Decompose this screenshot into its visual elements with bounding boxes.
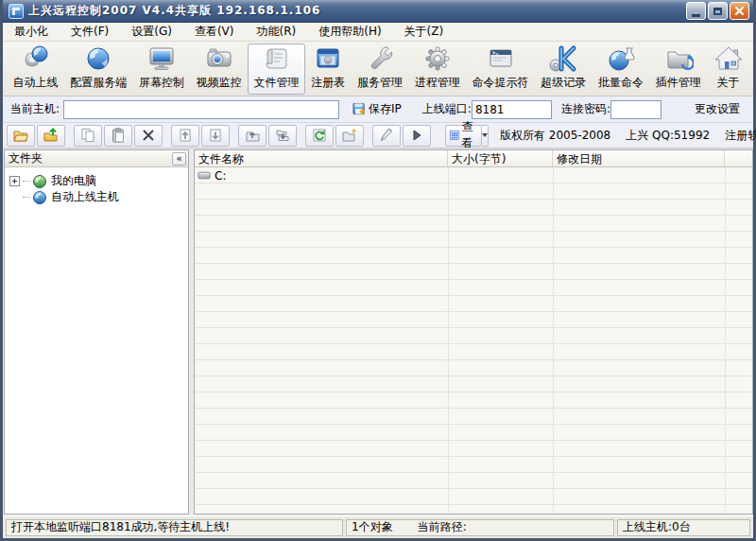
status-bar: 打开本地监听端口8181成功,等待主机上线! 1个对象 当前路径: 上线主机:0… bbox=[3, 515, 753, 538]
rename-button[interactable] bbox=[372, 125, 401, 147]
toolbar-label: 进程管理 bbox=[415, 75, 460, 91]
column-header-filename[interactable]: 文件名称 bbox=[195, 150, 448, 166]
column-divider bbox=[725, 167, 726, 514]
status-online-hosts-panel: 上线主机:0台 bbox=[617, 519, 750, 536]
menu-view[interactable]: 查看(V) bbox=[195, 24, 234, 40]
view-button-label: 查看 bbox=[462, 119, 477, 151]
open-folder-icon bbox=[13, 128, 28, 143]
file-download-icon bbox=[208, 128, 223, 143]
new-folder-button[interactable] bbox=[335, 125, 364, 147]
folder-tree: 我的电脑 自动上线主机 bbox=[5, 167, 188, 514]
toolbar-batch-command[interactable]: 批量命令 bbox=[593, 44, 650, 95]
toolbar-auto-online[interactable]: 自动上线 bbox=[7, 44, 64, 95]
toolbar-label: 关于 bbox=[717, 75, 740, 91]
toolbar-label: 插件管理 bbox=[656, 75, 701, 91]
file-row-c-drive[interactable]: C: bbox=[195, 167, 752, 183]
save-ip-button[interactable]: 保存IP bbox=[352, 101, 402, 117]
toolbar-file-manager[interactable]: 文件管理 bbox=[248, 44, 305, 95]
collapse-panel-button[interactable]: « bbox=[172, 152, 186, 166]
paste-icon bbox=[111, 128, 126, 143]
registry-icon bbox=[313, 44, 343, 74]
folder-up-button[interactable] bbox=[37, 125, 65, 147]
tree-item-label: 自动上线主机 bbox=[51, 189, 119, 205]
copyright-text: 版权所有 2005-2008 上兴 QQ:51992 注册软件 bbox=[500, 128, 756, 144]
file-list-panel: 文件名称 大小(字节) 修改日期 C: bbox=[194, 149, 753, 515]
port-label: 上线端口: bbox=[422, 101, 472, 117]
toolbar-plugin-manager[interactable]: 插件管理 bbox=[649, 44, 707, 95]
command-prompt-icon bbox=[486, 44, 516, 74]
run-play-icon bbox=[409, 128, 424, 143]
tree-panel-header: 文件夹 « bbox=[5, 150, 188, 167]
register-software-link[interactable]: 注册软件 bbox=[725, 128, 756, 144]
view-button[interactable]: 查看 bbox=[445, 125, 482, 147]
folder-download-icon bbox=[275, 128, 290, 143]
title-bar: 上兴远程控制2007 V4.4共享版 192.168.1.106 bbox=[3, 0, 753, 23]
refresh-icon bbox=[312, 128, 327, 143]
file-upload-icon bbox=[178, 128, 193, 143]
toolbar-video-monitor[interactable]: 视频监控 bbox=[190, 44, 248, 95]
toolbar-label: 服务管理 bbox=[357, 75, 403, 91]
toolbar-registry[interactable]: 注册表 bbox=[305, 44, 352, 95]
minimize-button[interactable] bbox=[686, 2, 706, 20]
brand-qq: 上兴 QQ:51992 bbox=[626, 128, 710, 144]
chevron-down-icon bbox=[482, 133, 488, 137]
menu-bar: 最小化 文件(F) 设置(G) 查看(V) 功能(R) 使用帮助(H) 关于(Z… bbox=[3, 23, 753, 42]
close-button[interactable] bbox=[730, 2, 749, 20]
toolbar-label: 屏幕控制 bbox=[139, 75, 184, 91]
expand-plus-icon[interactable] bbox=[9, 176, 20, 186]
object-count: 1个对象 bbox=[352, 519, 393, 535]
tree-item-my-computer[interactable]: 我的电脑 bbox=[5, 173, 188, 189]
password-label: 连接密码: bbox=[561, 101, 610, 117]
password-input[interactable] bbox=[610, 100, 662, 119]
file-list-body: C: bbox=[195, 167, 752, 514]
tree-panel-title: 文件夹 bbox=[9, 150, 172, 166]
online-hosts-globe-icon bbox=[32, 190, 47, 205]
toolbar-label: 注册表 bbox=[311, 75, 345, 91]
run-button[interactable] bbox=[403, 125, 431, 147]
delete-button[interactable] bbox=[134, 125, 163, 147]
folder-upload-icon bbox=[245, 128, 260, 143]
file-upload-button[interactable] bbox=[171, 125, 199, 147]
menu-settings[interactable]: 设置(G) bbox=[131, 24, 172, 40]
current-host-input[interactable] bbox=[63, 100, 339, 119]
paste-button[interactable] bbox=[104, 125, 132, 147]
port-input[interactable] bbox=[472, 100, 552, 119]
view-dropdown-button[interactable] bbox=[482, 125, 489, 147]
menu-minimize[interactable]: 最小化 bbox=[14, 24, 48, 40]
refresh-button[interactable] bbox=[305, 125, 334, 147]
app-window: 上兴远程控制2007 V4.4共享版 192.168.1.106 最小化 文件(… bbox=[0, 0, 756, 541]
toolbar-label: 配置服务端 bbox=[70, 75, 127, 91]
change-settings-button[interactable]: 更改设置 bbox=[695, 101, 740, 117]
column-header-size[interactable]: 大小(字节) bbox=[448, 150, 553, 166]
close-icon bbox=[734, 6, 745, 16]
tree-item-online-hosts[interactable]: 自动上线主机 bbox=[23, 189, 188, 205]
toolbar-process-manager[interactable]: 进程管理 bbox=[408, 44, 466, 95]
file-download-button[interactable] bbox=[201, 125, 230, 147]
file-name: C: bbox=[215, 169, 226, 183]
toolbar-about[interactable]: 关于 bbox=[707, 44, 749, 95]
toolbar-screen-control[interactable]: 屏幕控制 bbox=[133, 44, 191, 95]
copyright-years: 版权所有 2005-2008 bbox=[500, 128, 610, 144]
menu-file[interactable]: 文件(F) bbox=[71, 24, 109, 40]
main-toolbar: 自动上线 配置服务端 屏幕控制 bbox=[3, 42, 753, 96]
open-folder-button[interactable] bbox=[7, 125, 35, 147]
toolbar-label: 视频监控 bbox=[197, 75, 242, 91]
menu-functions[interactable]: 功能(R) bbox=[257, 24, 297, 40]
video-monitor-icon bbox=[204, 44, 234, 74]
maximize-button[interactable] bbox=[708, 2, 728, 20]
config-server-icon bbox=[83, 44, 113, 74]
toolbar-config-server[interactable]: 配置服务端 bbox=[64, 44, 133, 95]
status-message: 打开本地监听端口8181成功,等待主机上线! bbox=[11, 519, 230, 535]
toolbar-service-manager[interactable]: 服务管理 bbox=[352, 44, 409, 95]
toolbar-super-record[interactable]: 超级记录 bbox=[535, 44, 593, 95]
column-header-date[interactable]: 修改日期 bbox=[553, 150, 725, 166]
copy-icon bbox=[80, 128, 95, 143]
folder-upload-button[interactable] bbox=[238, 125, 266, 147]
toolbar-command-prompt[interactable]: 命令提示符 bbox=[466, 44, 535, 95]
menu-help[interactable]: 使用帮助(H) bbox=[318, 24, 381, 40]
folder-download-button[interactable] bbox=[268, 125, 297, 147]
copy-button[interactable] bbox=[74, 125, 102, 147]
toolbar-label: 自动上线 bbox=[12, 75, 58, 91]
menu-about[interactable]: 关于(Z) bbox=[404, 24, 444, 40]
save-ip-label: 保存IP bbox=[369, 101, 402, 117]
